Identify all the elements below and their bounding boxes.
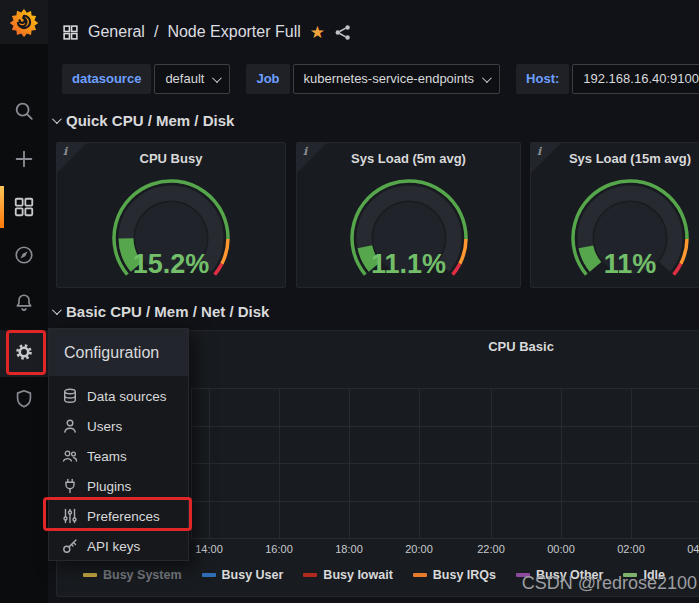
- breadcrumb: General / Node Exporter Full ★: [62, 20, 352, 44]
- legend-swatch: [413, 573, 427, 577]
- host-select[interactable]: 192.168.16.40:9100: [572, 64, 699, 94]
- dashboards-icon[interactable]: [13, 196, 35, 218]
- chevron-down-icon: [212, 73, 222, 83]
- breadcrumb-folder[interactable]: General: [88, 23, 145, 41]
- section-title: Quick CPU / Mem / Disk: [66, 112, 234, 129]
- plug-icon: [62, 478, 78, 494]
- legend-item[interactable]: Busy IRQs: [413, 568, 496, 582]
- panel-title[interactable]: Sys Load (5m avg): [297, 151, 520, 166]
- job-value: kubernetes-service-endpoints: [304, 65, 475, 93]
- favorite-star-icon[interactable]: ★: [310, 24, 325, 41]
- search-icon[interactable]: [13, 100, 35, 122]
- user-icon: [62, 418, 78, 434]
- info-icon: i: [537, 145, 541, 158]
- datasource-label: datasource: [62, 64, 151, 94]
- alerting-bell-icon[interactable]: [13, 292, 35, 314]
- info-icon: i: [303, 145, 307, 158]
- legend-swatch: [83, 573, 97, 577]
- menu-item-users[interactable]: Users: [49, 411, 188, 441]
- panel-cpu-busy: i CPU Busy 15.2%: [56, 142, 286, 288]
- legend-item[interactable]: Busy Iowait: [303, 568, 392, 582]
- variable-datasource: datasource default: [62, 64, 230, 94]
- section-quick-cpu-mem-disk[interactable]: Quick CPU / Mem / Disk: [52, 112, 234, 129]
- explore-compass-icon[interactable]: [13, 244, 35, 266]
- panel-info-corner[interactable]: [57, 143, 87, 173]
- users-icon: [62, 448, 78, 464]
- create-plus-icon[interactable]: [13, 148, 35, 170]
- chevron-down-icon: [52, 114, 62, 124]
- datasource-value: default: [165, 65, 204, 93]
- variable-host: Host: 192.168.16.40:9100: [516, 64, 699, 94]
- x-tick: 16:00: [265, 543, 293, 555]
- gauge: 15.2%: [91, 170, 251, 290]
- legend-swatch: [303, 573, 317, 577]
- host-label: Host:: [516, 64, 569, 94]
- server-admin-shield-icon[interactable]: [13, 388, 35, 410]
- host-value: 192.168.16.40:9100: [583, 65, 699, 93]
- panel-sys-load-15m: i Sys Load (15m avg) 11%: [530, 142, 699, 288]
- panel-title[interactable]: CPU Busy: [57, 151, 285, 166]
- chevron-down-icon: [482, 73, 492, 83]
- dashboard-title[interactable]: Node Exporter Full: [167, 23, 300, 41]
- configuration-menu-header[interactable]: Configuration: [49, 329, 188, 376]
- active-section-indicator: [0, 186, 4, 228]
- menu-item-data-sources[interactable]: Data sources: [49, 381, 188, 411]
- section-basic-cpu-mem-net-disk[interactable]: Basic CPU / Mem / Net / Disk: [52, 303, 269, 320]
- legend-item[interactable]: Busy User: [202, 568, 284, 582]
- panel-sys-load-5m: i Sys Load (5m avg) 11.1%: [296, 142, 521, 288]
- chevron-down-icon: [52, 305, 62, 315]
- apps-icon: [62, 24, 79, 41]
- share-icon[interactable]: [334, 24, 352, 41]
- panel-info-corner[interactable]: [297, 143, 327, 173]
- gauge-value: 15.2%: [91, 249, 251, 280]
- gauge-value: 11.1%: [329, 249, 489, 280]
- menu-item-teams[interactable]: Teams: [49, 441, 188, 471]
- x-tick: 04:00: [687, 543, 699, 555]
- panel-info-corner[interactable]: [531, 143, 561, 173]
- legend-item[interactable]: Busy System: [83, 568, 182, 582]
- x-tick: 02:00: [617, 543, 645, 555]
- gauge: 11%: [550, 170, 699, 290]
- key-icon: [62, 538, 78, 554]
- watermark: CSDN @redrose2100: [522, 573, 697, 594]
- legend-swatch: [202, 573, 216, 577]
- datasource-select[interactable]: default: [154, 64, 230, 94]
- grafana-logo[interactable]: [0, 0, 48, 44]
- x-tick: 14:00: [195, 543, 223, 555]
- breadcrumb-separator: /: [154, 23, 158, 41]
- section-title: Basic CPU / Mem / Net / Disk: [66, 303, 269, 320]
- x-tick: 20:00: [405, 543, 433, 555]
- variable-job: Job kubernetes-service-endpoints: [246, 64, 500, 94]
- gauge: 11.1%: [329, 170, 489, 290]
- annotation-box-preferences: [43, 497, 192, 531]
- sidebar: [0, 0, 48, 603]
- job-select[interactable]: kubernetes-service-endpoints: [293, 64, 501, 94]
- configuration-menu-items: Data sources Users Teams Plug: [49, 376, 188, 561]
- annotation-box-gear: [6, 330, 46, 375]
- database-icon: [62, 388, 78, 404]
- x-tick: 00:00: [547, 543, 575, 555]
- job-label: Job: [246, 64, 289, 94]
- gauge-value: 11%: [550, 249, 699, 280]
- menu-item-api-keys[interactable]: API keys: [49, 531, 188, 561]
- grafana-flame-icon: [9, 7, 39, 37]
- x-tick: 22:00: [477, 543, 505, 555]
- dashboard-variables: datasource default Job kubernetes-servic…: [62, 64, 699, 94]
- x-tick: 18:00: [335, 543, 363, 555]
- info-icon: i: [63, 145, 67, 158]
